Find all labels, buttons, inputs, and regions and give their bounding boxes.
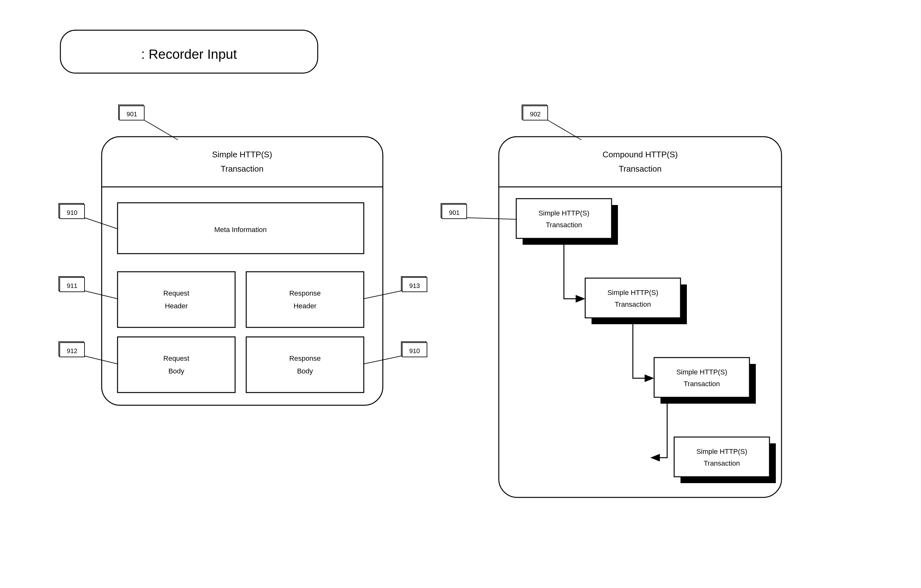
svg-text:Response: Response	[289, 354, 321, 362]
response-body-box: Response Body	[246, 337, 364, 393]
svg-line-56	[85, 356, 117, 364]
compound-title-l2: Transaction	[619, 164, 662, 174]
svg-text:911: 911	[67, 282, 77, 289]
ref-901a: 901	[119, 105, 178, 140]
ref-910b: 910	[364, 342, 427, 364]
svg-text:Transaction: Transaction	[684, 380, 720, 388]
svg-text:Simple HTTP(S): Simple HTTP(S)	[607, 288, 658, 296]
svg-text:901: 901	[127, 111, 137, 117]
ref-901b: 901	[441, 204, 516, 219]
svg-marker-22	[576, 295, 585, 303]
svg-rect-7	[246, 272, 364, 327]
arrow-3-4	[650, 404, 667, 461]
svg-text:Simple HTTP(S): Simple HTTP(S)	[696, 448, 747, 456]
arrow-2-3	[633, 324, 654, 382]
request-body-box: Request Body	[117, 337, 235, 393]
compound-title-l1: Compound HTTP(S)	[603, 150, 678, 159]
simple-title-l2: Transaction	[221, 164, 264, 174]
meta-info-label: Meta Information	[214, 226, 267, 234]
svg-line-68	[467, 218, 516, 219]
svg-marker-32	[650, 454, 660, 461]
svg-text:Body: Body	[297, 367, 313, 375]
ref-913: 913	[364, 277, 427, 299]
svg-rect-13	[246, 337, 364, 393]
svg-text:Simple HTTP(S): Simple HTTP(S)	[539, 209, 589, 217]
ref-911: 911	[59, 277, 117, 299]
svg-text:Transaction: Transaction	[546, 221, 582, 229]
svg-text:Response: Response	[289, 289, 321, 297]
compound-node-4: Simple HTTP(S) Transaction	[674, 437, 776, 483]
svg-rect-24	[585, 278, 680, 318]
svg-line-48	[85, 218, 117, 229]
compound-panel: Compound HTTP(S) Transaction Simple HTTP…	[499, 137, 781, 497]
svg-text:Request: Request	[163, 289, 189, 297]
simple-panel: Simple HTTP(S) Transaction Meta Informat…	[102, 137, 383, 405]
ref-912: 912	[59, 342, 117, 364]
svg-text:912: 912	[67, 347, 77, 354]
svg-text:Simple HTTP(S): Simple HTTP(S)	[676, 368, 727, 376]
svg-text:Header: Header	[294, 302, 316, 310]
svg-text:Transaction: Transaction	[704, 459, 740, 467]
meta-info-box: Meta Information	[117, 203, 364, 254]
header-title: : Recorder Input	[141, 47, 237, 62]
svg-text:910: 910	[67, 209, 77, 216]
ref-902: 902	[522, 105, 581, 140]
svg-rect-19	[516, 199, 612, 238]
svg-text:Body: Body	[168, 367, 184, 375]
svg-marker-27	[644, 375, 654, 382]
svg-rect-10	[117, 337, 235, 393]
svg-line-52	[85, 291, 117, 299]
svg-text:901: 901	[449, 209, 459, 216]
compound-node-3: Simple HTTP(S) Transaction	[654, 358, 756, 404]
svg-text:Request: Request	[163, 354, 189, 362]
response-header-box: Response Header	[246, 272, 364, 327]
svg-rect-4	[117, 272, 235, 327]
svg-text:Transaction: Transaction	[615, 300, 651, 308]
svg-text:910: 910	[409, 347, 420, 354]
compound-node-2: Simple HTTP(S) Transaction	[585, 278, 687, 324]
compound-node-1: Simple HTTP(S) Transaction	[516, 199, 618, 245]
svg-rect-34	[674, 437, 770, 477]
request-header-box: Request Header	[117, 272, 235, 327]
diagram: : Recorder Input Simple HTTP(S) Transact…	[0, 0, 921, 588]
svg-text:913: 913	[409, 282, 420, 289]
simple-title-l1: Simple HTTP(S)	[212, 150, 272, 159]
svg-rect-29	[654, 358, 749, 397]
svg-text:Header: Header	[165, 302, 188, 310]
svg-rect-1	[102, 137, 383, 405]
arrow-1-2	[564, 245, 585, 303]
ref-910a: 910	[59, 204, 117, 229]
svg-text:902: 902	[530, 111, 540, 117]
header-box: : Recorder Input	[60, 30, 318, 73]
